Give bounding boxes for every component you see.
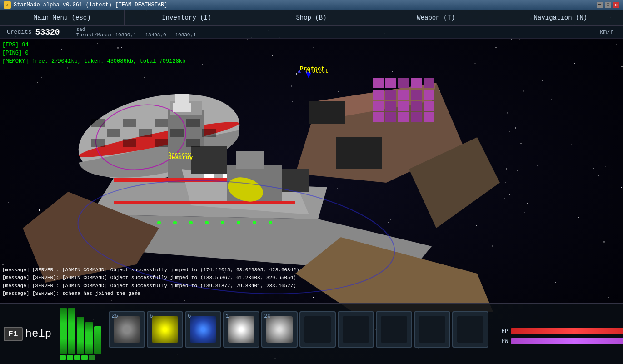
health-columns bbox=[60, 308, 101, 360]
slot-count: 20 bbox=[264, 313, 270, 319]
inventory-button[interactable]: Inventory (I) bbox=[125, 10, 249, 25]
hotbar-slot-9[interactable] bbox=[414, 311, 450, 348]
hp-cell bbox=[89, 355, 95, 360]
slot-icon-empty bbox=[381, 316, 407, 343]
hotbar: 25 6 6 1 20 bbox=[109, 311, 488, 357]
bottom-hud: F1 help bbox=[0, 303, 623, 364]
hotbar-slot-2[interactable]: 6 bbox=[147, 311, 183, 348]
close-button[interactable]: ✕ bbox=[613, 2, 619, 8]
main-menu-button[interactable]: Main Menu (esc) bbox=[0, 10, 125, 25]
slot-icon-yellow bbox=[152, 316, 178, 343]
health-bar-5 bbox=[94, 326, 101, 354]
ship-status: sad bbox=[76, 27, 196, 32]
chat-message: [message] [SERVER]: [ADMIN COMMAND] Obje… bbox=[2, 274, 299, 282]
credits-section: Credits 53320 bbox=[0, 28, 67, 37]
hp-track bbox=[511, 328, 623, 334]
chat-message: [message] [SERVER]: [ADMIN COMMAND] Obje… bbox=[2, 266, 299, 274]
hotbar-slot-6[interactable] bbox=[299, 311, 336, 348]
hp-bar-row: HP bbox=[497, 328, 623, 334]
chat-message: [message] [SERVER]: schema has joined th… bbox=[2, 290, 299, 298]
game-background: Main Menu (esc) Inventory (I) Shop (B) W… bbox=[0, 10, 623, 364]
hp-cell bbox=[60, 355, 66, 360]
help-button[interactable]: F1 help bbox=[4, 327, 51, 341]
health-bar-4 bbox=[85, 322, 93, 354]
slot-icon-empty bbox=[419, 316, 445, 343]
slot-count: 6 bbox=[188, 313, 191, 319]
hp-label: HP bbox=[497, 328, 508, 334]
hotbar-slot-3[interactable]: 6 bbox=[185, 311, 221, 348]
hp-cells-row bbox=[60, 355, 101, 360]
pw-label: PW bbox=[497, 338, 508, 344]
destroy-label: Destroy bbox=[168, 152, 191, 158]
window-title: StarMade alpha v0.061 (latest) [TEAM_DEA… bbox=[14, 2, 597, 8]
status-bars: HP PW bbox=[497, 328, 623, 344]
speed-section: km/h bbox=[600, 29, 623, 35]
ship-stats: sad Thrust/Mass: 10830,1 - 18498,0 = 108… bbox=[67, 27, 205, 38]
app-icon: ★ bbox=[4, 1, 11, 9]
slot-icon-empty bbox=[457, 316, 483, 343]
window-controls[interactable]: ─ □ ✕ bbox=[597, 2, 619, 8]
health-bar-3 bbox=[77, 317, 84, 354]
hotbar-slot-8[interactable] bbox=[376, 311, 412, 348]
hotbar-slot-7[interactable] bbox=[338, 311, 374, 348]
thrust-mass: Thrust/Mass: 10830,1 - 18498,0 = 10830,1 bbox=[76, 32, 196, 38]
hotbar-slot-4[interactable]: 1 bbox=[223, 311, 259, 348]
slot-icon-ring bbox=[114, 316, 140, 343]
slot-count: 25 bbox=[111, 313, 118, 319]
weapon-button[interactable]: Weapon (T) bbox=[374, 10, 498, 25]
credits-label: Credits bbox=[7, 29, 32, 35]
shop-button[interactable]: Shop (B) bbox=[249, 10, 374, 25]
maximize-button[interactable]: □ bbox=[605, 2, 611, 8]
chat-message: [message] [SERVER]: [ADMIN COMMAND] Obje… bbox=[2, 282, 299, 290]
green-bar-group bbox=[60, 308, 101, 354]
slot-icon-empty bbox=[343, 316, 369, 343]
navigation-button[interactable]: Navigation (N) bbox=[498, 10, 623, 25]
pw-track bbox=[511, 338, 623, 344]
credits-bar: Credits 53320 sad Thrust/Mass: 10830,1 -… bbox=[0, 26, 623, 39]
slot-icon-white bbox=[228, 316, 254, 343]
protect-label: Protect bbox=[298, 68, 329, 75]
fps-display: [FPS] 94 bbox=[2, 41, 185, 49]
hp-cell bbox=[67, 355, 73, 360]
chat-log: [message] [SERVER]: [ADMIN COMMAND] Obje… bbox=[2, 266, 299, 298]
slot-icon-blue bbox=[190, 316, 216, 343]
hp-cell bbox=[81, 355, 88, 360]
titlebar: ★ StarMade alpha v0.061 (latest) [TEAM_D… bbox=[0, 0, 623, 10]
health-bar-1 bbox=[60, 308, 67, 354]
slot-icon-cloud bbox=[266, 316, 293, 343]
slot-count: 6 bbox=[150, 313, 153, 319]
ping-display: [PING] 0 bbox=[2, 49, 185, 57]
menu-bar: Main Menu (esc) Inventory (I) Shop (B) W… bbox=[0, 10, 623, 26]
hotbar-slot-1[interactable]: 25 bbox=[109, 311, 145, 348]
memory-display: [MEMORY] free: 279041kb, taken: 430086kb… bbox=[2, 57, 185, 65]
slot-icon-empty bbox=[304, 316, 331, 343]
pw-bar-row: PW bbox=[497, 338, 623, 344]
f1-key[interactable]: F1 bbox=[4, 327, 23, 341]
credits-value: 53320 bbox=[35, 28, 60, 37]
hud-info: [FPS] 94 [PING] 0 [MEMORY] free: 279041k… bbox=[2, 41, 185, 65]
hp-cell bbox=[74, 355, 80, 360]
hotbar-slot-10[interactable] bbox=[452, 311, 488, 348]
pw-fill bbox=[511, 338, 623, 344]
hp-fill bbox=[511, 328, 623, 334]
health-bar-2 bbox=[68, 308, 75, 354]
speed-unit: km/h bbox=[600, 29, 614, 35]
help-label: help bbox=[25, 328, 52, 340]
slot-count: 1 bbox=[226, 313, 229, 319]
hotbar-slot-5[interactable]: 20 bbox=[261, 311, 298, 348]
minimize-button[interactable]: ─ bbox=[597, 2, 603, 8]
